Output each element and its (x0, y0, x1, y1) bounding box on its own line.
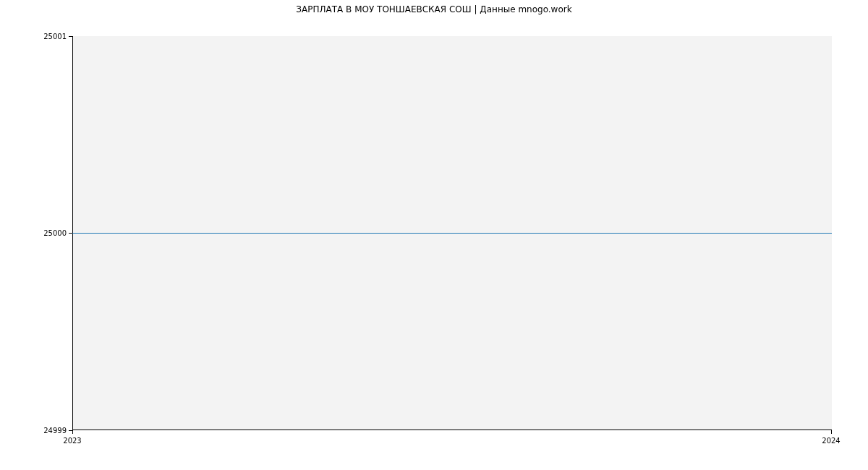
x-tick-label: 2024 (822, 437, 840, 445)
salary-chart: ЗАРПЛАТА В МОУ ТОНШАЕВСКАЯ СОШ | Данные … (0, 0, 868, 470)
chart-title: ЗАРПЛАТА В МОУ ТОНШАЕВСКАЯ СОШ | Данные … (0, 4, 868, 14)
y-tick-label: 25001 (23, 33, 67, 40)
x-tick (831, 430, 832, 434)
x-tick-label: 2023 (63, 437, 81, 445)
y-tick-label: 25000 (23, 229, 67, 237)
y-tick (69, 36, 72, 37)
series-line-salary (72, 233, 832, 234)
x-tick (72, 430, 73, 434)
y-tick-label: 24999 (23, 427, 67, 435)
